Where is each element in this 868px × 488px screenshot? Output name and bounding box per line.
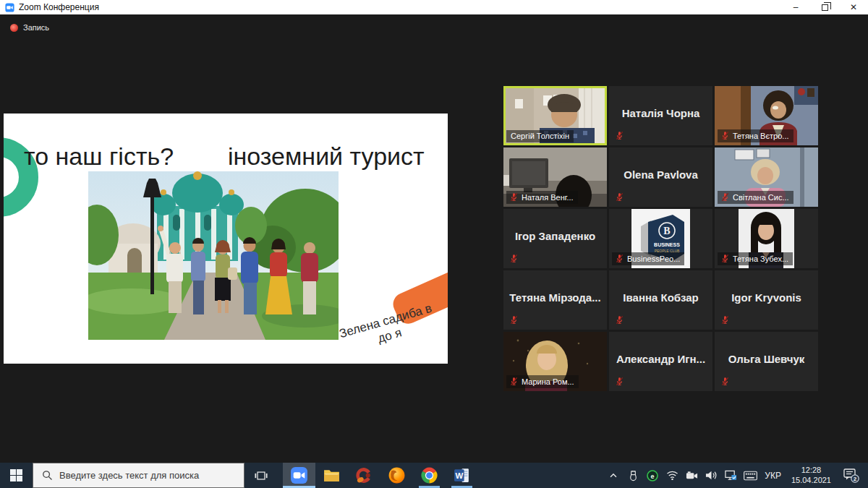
search-placeholder: Введите здесь текст для поиска: [59, 470, 199, 481]
window-title: Zoom Конференция: [19, 2, 99, 12]
slide-sticker-text: Зелена садиба в до я: [322, 296, 448, 361]
taskbar-word-button[interactable]: W: [446, 463, 478, 488]
participant-tile[interactable]: Марина Ром...: [503, 332, 607, 391]
network-check-icon[interactable]: [723, 468, 738, 484]
ccleaner-icon: [355, 466, 373, 484]
participant-tile[interactable]: Сергій Толстіхін: [503, 86, 607, 145]
participant-tile[interactable]: Тетяна Зубех...: [715, 209, 818, 268]
svg-text:BUSINESS: BUSINESS: [654, 242, 680, 247]
word-icon: W: [453, 466, 471, 484]
svg-text:e: e: [651, 472, 655, 479]
taskbar-zoom-button[interactable]: [283, 463, 315, 488]
svg-text:W: W: [455, 471, 463, 480]
participant-tile[interactable]: Olena Pavlova: [609, 147, 712, 207]
participant-name-label: Тетяна Вєтро...: [718, 129, 793, 142]
start-button[interactable]: [0, 463, 33, 488]
wifi-icon[interactable]: [665, 468, 679, 484]
participant-tile[interactable]: Ольга Шевчук: [715, 332, 818, 391]
participant-tile[interactable]: Наталя Венг...: [503, 147, 607, 207]
participant-name: Olena Pavlova: [609, 147, 712, 207]
participant-name: Igor Kryvonis: [715, 270, 818, 330]
muted-mic-icon: [720, 131, 730, 140]
muted-mic-icon: [720, 254, 730, 263]
keyboard-icon[interactable]: [743, 468, 757, 484]
participant-name: Тетяна Мірзода...: [503, 270, 607, 330]
muted-mic-icon: [615, 315, 624, 325]
participant-name: Марина Ром...: [522, 377, 574, 386]
search-icon: [42, 470, 53, 481]
zoom-app-icon: [5, 3, 14, 12]
muted-mic-icon: [509, 377, 519, 386]
participant-tile[interactable]: Александр Игн...: [609, 332, 712, 391]
taskbar-search-input[interactable]: Введите здесь текст для поиска: [33, 463, 244, 488]
participant-tile[interactable]: Наталія Чорна: [609, 86, 712, 145]
slide-photo-tour-group: [88, 171, 339, 340]
recording-indicator: Запись: [10, 23, 49, 32]
participant-name: Іванна Кобзар: [609, 270, 712, 330]
recording-dot-icon: [10, 24, 18, 32]
participant-name: Світлана Сис...: [733, 193, 789, 202]
taskbar-apps: W: [283, 463, 478, 488]
task-view-icon: [255, 470, 268, 481]
slide-heading-right: іноземний турист: [228, 142, 425, 171]
language-indicator[interactable]: УКР: [762, 471, 783, 481]
taskbar-chrome-button[interactable]: [413, 463, 446, 488]
taskbar-ccleaner-button[interactable]: [348, 463, 380, 488]
close-button[interactable]: ✕: [839, 0, 868, 14]
restore-button[interactable]: [810, 0, 839, 14]
participant-name-label: Тетяна Зубех...: [718, 252, 793, 265]
muted-mic-icon: [509, 315, 519, 325]
participant-name-label: Марина Ром...: [506, 375, 579, 388]
system-tray: e: [606, 463, 868, 488]
action-center-button[interactable]: 2: [839, 468, 864, 484]
recording-label: Запись: [23, 23, 49, 32]
shared-screen-slide: то наш гість? іноземний турист: [4, 114, 448, 364]
muted-mic-icon: [509, 192, 519, 202]
windows-taskbar: Введите здесь текст для поиска: [0, 463, 868, 488]
window-titlebar: Zoom Конференция – ✕: [0, 0, 868, 14]
muted-mic-icon: [615, 254, 624, 263]
volume-icon[interactable]: [704, 468, 718, 484]
participant-tile[interactable]: Ігор Западенко: [503, 209, 607, 268]
muted-mic-icon: [720, 315, 730, 325]
muted-mic-icon: [615, 377, 624, 386]
participant-tile[interactable]: Igor Kryvonis: [715, 270, 818, 330]
clock[interactable]: 12:28 15.04.2021: [788, 466, 834, 486]
zoom-icon: [290, 466, 308, 484]
participants-grid: Сергій Толстіхін Наталія Чорна: [503, 86, 818, 391]
windows-logo-icon: [10, 469, 22, 481]
taskbar-firefox-button[interactable]: [380, 463, 413, 488]
muted-mic-icon: [615, 131, 624, 140]
clock-time: 12:28: [791, 466, 831, 476]
firefox-icon: [388, 466, 406, 484]
participant-name-label: Світлана Сис...: [718, 191, 793, 204]
participant-tile[interactable]: B BUSINESS PEOPLE CLUB BusinessPeo...: [609, 209, 712, 268]
svg-text:B: B: [663, 226, 670, 236]
participant-tile[interactable]: Тетяна Мірзода...: [503, 270, 607, 330]
svg-text:2: 2: [854, 476, 857, 482]
participant-name: Александр Игн...: [609, 332, 712, 391]
camera-icon[interactable]: [684, 468, 699, 484]
participant-tile[interactable]: Світлана Сис...: [715, 147, 818, 207]
eset-icon[interactable]: e: [645, 468, 660, 484]
participant-name: Наталя Венг...: [522, 193, 574, 202]
muted-mic-icon: [720, 192, 730, 202]
usb-icon[interactable]: [626, 468, 640, 484]
taskbar-file-explorer-button[interactable]: [315, 463, 348, 488]
minimize-button[interactable]: –: [781, 0, 810, 14]
file-explorer-icon: [323, 466, 341, 484]
participant-tile[interactable]: Тетяна Вєтро...: [715, 86, 818, 145]
desktop: Zoom Конференция – ✕ Запись то наш гість…: [0, 0, 868, 488]
zoom-meeting-window: Запись то наш гість? іноземний турист: [0, 14, 868, 463]
muted-mic-icon: [509, 254, 519, 263]
participant-name: Тетяна Вєтро...: [733, 132, 789, 140]
participant-name-label: BusinessPeo...: [612, 252, 684, 265]
participant-tile[interactable]: Іванна Кобзар: [609, 270, 712, 330]
restore-icon: [822, 4, 828, 11]
chevron-up-icon[interactable]: [606, 468, 621, 484]
participant-name-label: Сергій Толстіхін: [506, 130, 574, 142]
participant-name-label: Наталя Венг...: [506, 191, 578, 204]
notification-icon: 2: [843, 468, 860, 484]
slide-heading-left: то наш гість?: [24, 142, 174, 171]
task-view-button[interactable]: [244, 463, 277, 488]
